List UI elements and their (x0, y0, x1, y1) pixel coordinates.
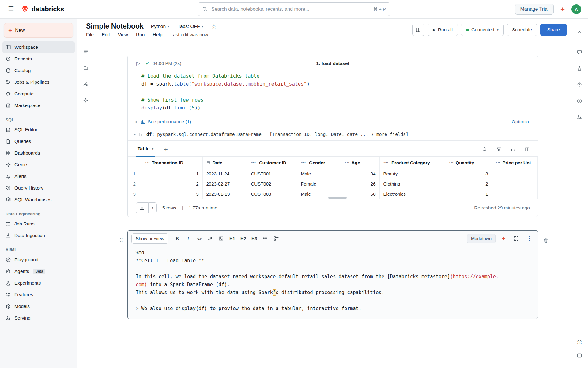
sidebar-item-queries[interactable]: Queries (2, 136, 75, 147)
number-type-icon: 123 (496, 161, 500, 164)
sidebar-item-playground[interactable]: Playground (2, 254, 75, 266)
schedule-button[interactable]: Schedule (507, 24, 537, 36)
task-list-icon[interactable] (271, 234, 281, 243)
sidebar-item-marketplace[interactable]: Marketplace (2, 100, 75, 111)
sidebar-item-query-history[interactable]: Query History (2, 182, 75, 194)
fullscreen-icon[interactable] (511, 234, 521, 243)
assistant-sparkle-icon[interactable] (82, 96, 90, 104)
keyboard-shortcuts-icon[interactable]: ⌘ (576, 338, 583, 347)
share-button[interactable]: Share (540, 24, 567, 36)
menu-edit[interactable]: Edit (102, 32, 110, 37)
sidebar-item-catalog[interactable]: Catalog (2, 65, 75, 76)
download-icon[interactable] (136, 202, 149, 213)
columns-icon[interactable] (510, 146, 516, 153)
show-preview-button[interactable]: Show preview (131, 233, 168, 244)
column-header-product-category[interactable]: ABCProduct Category (379, 157, 445, 169)
version-history-icon[interactable] (575, 81, 583, 89)
sidebar-item-sql-editor[interactable]: SQL Editor (2, 124, 75, 136)
console-panel-icon[interactable] (575, 351, 583, 359)
download-options-chevron-icon[interactable]: ▾ (149, 202, 157, 213)
assistant-sparkle-icon[interactable] (559, 5, 567, 13)
column-header-transaction-id[interactable]: 123Transaction ID (141, 157, 202, 169)
italic-button[interactable]: I (183, 234, 193, 243)
string-type-icon: ABC (383, 161, 390, 164)
heading3-button[interactable]: H3 (249, 234, 259, 243)
run-all-button[interactable]: ▶ Run all (428, 24, 458, 36)
column-header-age[interactable]: 123Age (341, 157, 379, 169)
cell-title[interactable]: 1: load dataset (316, 61, 349, 66)
table-search-icon[interactable] (481, 146, 488, 153)
optimize-link[interactable]: Optimize (512, 119, 530, 125)
delete-cell-trash-icon[interactable] (542, 237, 549, 244)
image-icon[interactable] (216, 234, 226, 243)
menu-view[interactable]: View (118, 32, 128, 37)
assistant-sparkle-icon[interactable] (499, 234, 508, 243)
last-edit-link[interactable]: Last edit was now (170, 32, 208, 37)
sidebar-item-agents[interactable]: AgentsBeta (2, 266, 75, 277)
experiments-flask-icon[interactable] (575, 64, 583, 72)
bold-button[interactable]: B (172, 234, 182, 243)
drag-handle-icon[interactable]: ⠿ (119, 236, 124, 245)
collapse-chevron-up-icon[interactable] (575, 28, 583, 36)
sidebar-item-models[interactable]: Models (2, 301, 75, 312)
code-editor[interactable]: # Load the dataset from Databricks table… (128, 71, 538, 116)
sidebar-item-serving[interactable]: Serving (2, 312, 75, 324)
variables-icon[interactable] (575, 97, 583, 105)
comments-icon[interactable] (575, 48, 583, 56)
heading2-button[interactable]: H2 (238, 234, 248, 243)
run-cell-icon[interactable]: ▷ (135, 60, 141, 66)
column-header-customer-id[interactable]: ABCCustomer ID (247, 157, 297, 169)
add-visualization-button[interactable]: + (161, 146, 171, 153)
new-button[interactable]: + New (4, 23, 74, 38)
code-format-button[interactable]: <> (194, 234, 204, 243)
table-of-contents-icon[interactable] (82, 48, 90, 56)
menu-help[interactable]: Help (153, 32, 162, 37)
column-header-price-per-uni[interactable]: 123Price per Uni (492, 157, 538, 169)
sidebar-item-sql-warehouses[interactable]: SQL Warehouses (2, 194, 75, 205)
sidebar-item-alerts[interactable]: Alerts (2, 171, 75, 182)
layout-panel-icon[interactable] (524, 146, 530, 153)
notebook-title[interactable]: Simple Notebook (86, 22, 144, 30)
see-performance-link[interactable]: See performance (1) (148, 119, 191, 125)
expand-arrow-icon[interactable]: ▸ (133, 132, 136, 136)
tabs-toggle[interactable]: Tabs: OFF ▾ (176, 23, 204, 30)
user-avatar[interactable]: A (571, 4, 581, 14)
markdown-editor[interactable]: %md**Cell 1: _Load Table_** In this cell… (128, 246, 538, 319)
schema-browser-icon[interactable] (82, 80, 90, 88)
sidebar-item-features[interactable]: Features (2, 289, 75, 301)
sidebar-item-job-runs[interactable]: Job Runs (2, 218, 75, 230)
filter-icon[interactable] (496, 146, 502, 153)
horizontal-scrollbar[interactable] (328, 197, 347, 199)
databricks-logo[interactable]: databricks (21, 5, 64, 14)
sidebar-item-experiments[interactable]: Experiments (2, 277, 75, 289)
sidebar-item-dashboards[interactable]: Dashboards (2, 147, 75, 159)
cell-mode-selector[interactable]: Markdown (467, 234, 496, 243)
kebab-menu-icon[interactable]: ⋮ (524, 234, 534, 243)
heading1-button[interactable]: H1 (227, 234, 237, 243)
settings-sliders-icon[interactable] (575, 113, 583, 121)
sidebar-item-compute[interactable]: Compute (2, 88, 75, 100)
sidebar-item-workspace[interactable]: Workspace (2, 41, 75, 53)
bullet-list-icon[interactable] (260, 234, 270, 243)
global-search[interactable]: ⌘ + P (198, 2, 390, 16)
manage-trial-button[interactable]: Manage Trial (515, 4, 554, 15)
split-view-icon[interactable] (412, 24, 424, 36)
cluster-connect-dropdown[interactable]: Connected ▾ (461, 24, 504, 36)
menu-file[interactable]: File (86, 32, 94, 37)
search-input[interactable] (211, 6, 370, 12)
column-header-quantity[interactable]: 123Quantity (445, 157, 492, 169)
sidebar-item-genie[interactable]: Genie (2, 159, 75, 171)
sidebar-item-jobs-pipelines[interactable]: Jobs & Pipelines (2, 76, 75, 88)
favorite-star-icon[interactable]: ☆ (211, 23, 217, 30)
tab-table[interactable]: Table ▾ (136, 146, 155, 157)
expand-arrow-icon[interactable]: ▸ (135, 120, 138, 124)
sidebar-item-data-ingestion[interactable]: Data Ingestion (2, 230, 75, 241)
column-header-date[interactable]: Date (202, 157, 247, 169)
hamburger-menu-icon[interactable]: ☰ (7, 5, 15, 14)
language-selector[interactable]: Python ▾ (150, 23, 170, 30)
menu-run[interactable]: Run (136, 32, 145, 37)
link-icon[interactable] (205, 234, 215, 243)
sidebar-item-recents[interactable]: Recents (2, 53, 75, 65)
column-header-gender[interactable]: ABCGender (297, 157, 341, 169)
folder-icon[interactable] (82, 64, 90, 72)
